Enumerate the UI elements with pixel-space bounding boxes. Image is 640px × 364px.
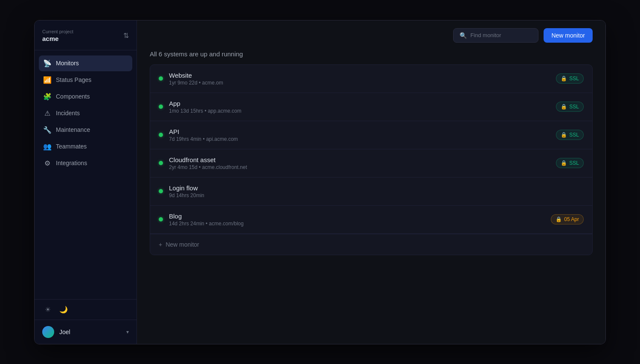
status-dot [159, 76, 163, 81]
sidebar-item-status-pages[interactable]: 📶 Status Pages [39, 72, 132, 88]
sidebar-item-label: Maintenance [56, 126, 90, 133]
monitor-name: App [169, 100, 550, 107]
monitor-name: Blog [169, 213, 545, 220]
monitor-meta: 14d 2hrs 24min • acme.com/blog [169, 221, 545, 227]
ssl-badge: 🔒 SSL [556, 73, 584, 84]
app-window: Current project acme ⇅ 📡 Monitors 📶 Stat… [34, 20, 606, 344]
sidebar-item-label: Incidents [56, 110, 80, 116]
monitor-meta: 2yr 4mo 15d • acme.cloudfront.net [169, 164, 550, 170]
monitors-list: Website 1yr 9mo 22d • acme.om 🔒 SSL App … [150, 64, 593, 255]
monitor-name: API [169, 128, 550, 135]
monitor-meta: 9d 14hrs 20min [169, 192, 584, 198]
status-dot [159, 161, 163, 165]
sidebar-item-label: Monitors [56, 60, 79, 67]
search-box[interactable]: 🔍 [453, 28, 538, 43]
monitor-item[interactable]: Cloudfront asset 2yr 4mo 15d • acme.clou… [150, 149, 592, 178]
sidebar-item-teammates[interactable]: 👥 Teammates [39, 139, 132, 154]
teammates-icon: 👥 [43, 143, 52, 151]
incidents-icon: ⚠ [43, 109, 52, 117]
lock-icon: 🔒 [556, 216, 562, 222]
sidebar-item-integrations[interactable]: ⚙ Integrations [39, 155, 132, 171]
project-name: acme [42, 35, 73, 42]
monitor-item[interactable]: Website 1yr 9mo 22d • acme.om 🔒 SSL [150, 65, 592, 93]
light-theme-button[interactable]: ☀ [42, 304, 53, 315]
theme-toggles: ☀ 🌙 [35, 299, 137, 320]
monitor-info: Cloudfront asset 2yr 4mo 15d • acme.clou… [169, 156, 550, 170]
status-dot [159, 217, 163, 221]
sidebar-item-maintenance[interactable]: 🔧 Maintenance [39, 122, 132, 138]
status-pages-icon: 📶 [43, 76, 52, 84]
monitor-info: App 1mo 13d 15hrs • app.acme.com [169, 100, 550, 114]
ssl-badge: 🔒 SSL [556, 102, 584, 112]
monitors-icon: 📡 [43, 59, 52, 67]
lock-icon: 🔒 [561, 76, 567, 82]
maintenance-icon: 🔧 [43, 126, 52, 134]
ssl-badge: 🔒 SSL [556, 130, 584, 140]
status-header: All 6 systems are up and running [150, 50, 593, 58]
lock-icon: 🔒 [561, 160, 567, 166]
user-name: Joel [59, 329, 121, 335]
monitor-item[interactable]: Login flow 9d 14hrs 20min [150, 178, 592, 206]
sidebar-item-label: Integrations [56, 160, 87, 166]
monitor-meta: 7d 19hrs 4min • api.acme.com [169, 136, 550, 142]
sidebar-item-components[interactable]: 🧩 Components [39, 89, 132, 105]
ssl-badge: 🔒 SSL [556, 158, 584, 168]
add-monitor-label: New monitor [166, 241, 199, 248]
monitor-item[interactable]: API 7d 19hrs 4min • api.acme.com 🔒 SSL [150, 121, 592, 149]
sidebar-item-label: Teammates [56, 143, 87, 150]
sidebar-item-incidents[interactable]: ⚠ Incidents [39, 105, 132, 121]
ssl-label: SSL [569, 160, 579, 166]
ssl-label: SSL [569, 76, 579, 82]
monitor-info: Blog 14d 2hrs 24min • acme.com/blog [169, 213, 545, 227]
sidebar-item-monitors[interactable]: 📡 Monitors [39, 55, 132, 71]
main-content: 🔍 New monitor All 6 systems are up and r… [137, 20, 605, 344]
monitor-info: Login flow 9d 14hrs 20min [169, 184, 584, 198]
monitor-meta: 1yr 9mo 22d • acme.om [169, 80, 550, 86]
swap-project-icon[interactable]: ⇅ [123, 32, 129, 40]
top-bar: 🔍 New monitor [137, 20, 605, 50]
sidebar: Current project acme ⇅ 📡 Monitors 📶 Stat… [35, 20, 137, 344]
ssl-label: SSL [569, 132, 579, 138]
components-icon: 🧩 [43, 93, 52, 101]
monitor-name: Login flow [169, 184, 584, 192]
monitor-name: Cloudfront asset [169, 156, 550, 163]
sidebar-item-label: Components [56, 93, 90, 100]
monitor-meta: 1mo 13d 15hrs • app.acme.com [169, 108, 550, 114]
status-dot [159, 105, 163, 109]
ssl-label: SSL [569, 104, 579, 110]
integrations-icon: ⚙ [43, 159, 52, 167]
lock-icon: 🔒 [561, 132, 567, 138]
monitor-info: Website 1yr 9mo 22d • acme.om [169, 72, 550, 86]
status-dot [159, 189, 163, 193]
plus-icon: + [159, 241, 162, 248]
chevron-down-icon: ▾ [126, 329, 129, 335]
dark-theme-button[interactable]: 🌙 [57, 304, 70, 315]
ssl-warn-badge: 🔒 05 Apr [551, 214, 584, 224]
monitor-info: API 7d 19hrs 4min • api.acme.com [169, 128, 550, 142]
project-header: Current project acme ⇅ [35, 20, 137, 50]
lock-icon: 🔒 [561, 104, 567, 110]
search-icon: 🔍 [460, 32, 467, 39]
ssl-warn-label: 05 Apr [564, 216, 579, 222]
search-input[interactable] [470, 32, 532, 38]
monitor-name: Website [169, 72, 550, 79]
avatar [42, 326, 54, 338]
sidebar-item-label: Status Pages [56, 76, 91, 83]
new-monitor-button[interactable]: New monitor [544, 28, 593, 43]
add-monitor-row[interactable]: + New monitor [150, 234, 592, 255]
nav-menu: 📡 Monitors 📶 Status Pages 🧩 Components ⚠… [35, 50, 137, 299]
monitor-item[interactable]: App 1mo 13d 15hrs • app.acme.com 🔒 SSL [150, 93, 592, 121]
project-label: Current project [42, 29, 73, 34]
monitor-item[interactable]: Blog 14d 2hrs 24min • acme.com/blog 🔒 05… [150, 206, 592, 234]
status-dot [159, 133, 163, 137]
user-profile[interactable]: Joel ▾ [35, 320, 137, 344]
content-area: All 6 systems are up and running Website… [137, 50, 605, 344]
